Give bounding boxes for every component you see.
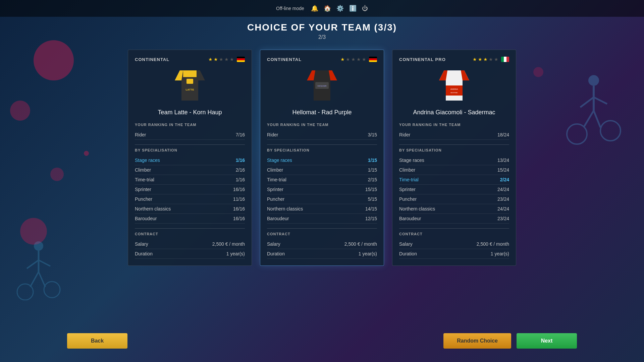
salary-label: Salary [267,241,280,247]
spec-value: 11/16 [233,196,245,202]
bell-icon[interactable]: 🔔 [311,5,318,12]
cards-container: CONTINENTAL ★★★★★ LATTE Team Latte - Kor… [0,43,644,273]
spec-label: Time-trial [399,177,419,182]
card-header: CONTINENTAL ★★★★★ [135,57,245,62]
spec-label: Stage races [267,158,292,163]
team-card-card3[interactable]: CONTINENTAL PRO ★★★★★ ANDRINA SADERMAC A… [392,50,516,266]
team-card-card1[interactable]: CONTINENTAL ★★★★★ LATTE Team Latte - Kor… [128,50,252,266]
star-2: ★ [346,57,350,62]
spec-row: Baroudeur 23/24 [399,214,509,224]
contract-divider [267,228,377,229]
spec-value: 24/24 [497,187,509,192]
ranking-section-label: YOUR RANKING IN THE TEAM [399,123,509,127]
duration-row: Duration 1 year(s) [267,249,377,259]
card-stars: ★★★★★ [340,57,366,62]
star-5: ★ [494,57,498,62]
top-bar: Off-line mode 🔔 🏠 ⚙️ ℹ️ ⏻ [0,0,644,17]
back-button[interactable]: Back [67,333,127,349]
salary-label: Salary [135,241,148,247]
next-button[interactable]: Next [517,333,577,349]
duration-value: 1 year(s) [491,251,509,256]
section-divider [267,144,377,145]
spec-label: Stage races [399,158,424,163]
section-divider [399,144,509,145]
team-name: Hellomat - Rad Purple [267,109,377,116]
star-3: ★ [483,57,488,62]
spec-label: Climber [135,167,151,173]
title-area: CHOICE OF YOUR TEAM (3/3) 2/3 [0,17,644,43]
card-tier: CONTINENTAL [267,57,302,62]
duration-row: Duration 1 year(s) [399,249,509,259]
random-choice-button[interactable]: Random Choice [443,333,511,349]
spec-row: Stage races 1/15 [267,156,377,165]
page-title: CHOICE OF YOUR TEAM (3/3) [0,22,644,33]
spec-label: Sprinter [399,187,416,192]
team-name: Team Latte - Korn Haup [135,109,245,116]
spec-row: Northern classics 16/16 [135,204,245,214]
spec-row: Time-trial 2/24 [399,175,509,185]
rider-value: 3/15 [368,132,377,137]
duration-value: 1 year(s) [359,251,377,256]
spec-label: Puncher [135,196,152,202]
team-name: Andrina Giacomoli - Sadermac [399,109,509,116]
spec-row: Climber 1/15 [267,165,377,175]
spec-label: Time-trial [267,177,286,182]
spec-value: 1/15 [368,158,377,163]
rider-row: Rider 3/15 [267,130,377,140]
power-icon[interactable]: ⏻ [362,5,368,12]
spec-value: 1/16 [236,177,245,182]
spec-value: 16/16 [233,187,245,192]
card-stars: ★★★★★ [208,57,234,62]
spec-row: Puncher 23/24 [399,194,509,204]
star-4: ★ [224,57,229,62]
contract-label: CONTRACT [399,232,509,236]
svg-marker-17 [183,70,197,77]
jersey-area: LATTE [135,65,245,106]
rider-label: Rider [135,132,146,137]
spec-label: Stage races [135,158,160,163]
spec-label: Baroudeur [267,216,289,221]
spec-row: Time-trial 1/16 [135,175,245,185]
spec-value: 15/15 [365,187,377,192]
duration-label: Duration [135,251,153,256]
svg-line-12 [30,272,39,287]
rider-value: 7/16 [236,132,245,137]
contract-divider [399,228,509,229]
jersey-area: rad-purple [267,65,377,106]
ranking-section-label: YOUR RANKING IN THE TEAM [135,123,245,127]
duration-label: Duration [399,251,417,256]
rider-row: Rider 7/16 [135,130,245,140]
contract-label: CONTRACT [135,232,245,236]
salary-row: Salary 2,500 € / month [399,239,509,249]
spec-value: 23/24 [497,216,509,221]
card-rating: ★★★★★ [340,57,377,62]
right-buttons: Random Choice Next [443,333,577,349]
spec-row: Baroudeur 12/15 [267,214,377,224]
star-5: ★ [362,57,366,62]
settings-icon[interactable]: ⚙️ [336,5,344,12]
svg-text:LATTE: LATTE [185,88,194,91]
spec-value: 16/16 [233,206,245,212]
top-bar-icons: 🔔 🏠 ⚙️ ℹ️ ⏻ [311,5,368,12]
svg-point-15 [44,282,60,298]
home-icon[interactable]: 🏠 [324,5,331,12]
spec-value: 1/16 [236,158,245,163]
duration-row: Duration 1 year(s) [135,249,245,259]
team-card-card2[interactable]: CONTINENTAL ★★★★★ rad-purple Hellomat - … [260,50,384,266]
info-icon[interactable]: ℹ️ [349,5,357,12]
spec-value: 23/24 [497,196,509,202]
spec-row: Sprinter 15/15 [267,185,377,194]
spec-value: 14/15 [365,206,377,212]
spec-label: Northern classics [399,206,435,212]
star-4: ★ [357,57,361,62]
salary-row: Salary 2,500 € / month [135,239,245,249]
spec-value: 15/24 [497,167,509,173]
spec-row: Climber 2/16 [135,165,245,175]
duration-label: Duration [267,251,285,256]
svg-text:ANDRINA: ANDRINA [450,88,458,90]
star-1: ★ [473,57,477,62]
salary-value: 2,500 € / month [212,241,245,247]
section-divider [135,144,245,145]
svg-point-14 [17,284,33,300]
spec-value: 12/15 [365,216,377,221]
